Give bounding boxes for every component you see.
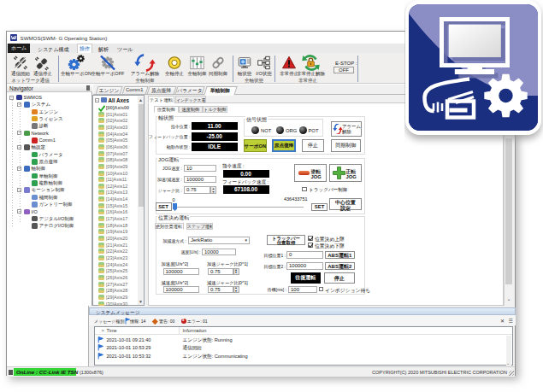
svg-text:E-STOP :: E-STOP : bbox=[335, 61, 357, 66]
